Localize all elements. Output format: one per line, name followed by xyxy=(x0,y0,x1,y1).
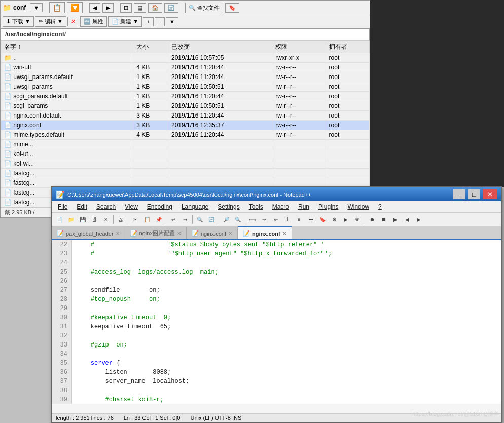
npp-code-area[interactable]: 222324252627282930313233343536373839 # '… xyxy=(52,240,501,404)
fm-forward-btn[interactable]: ▶ xyxy=(102,3,114,13)
tab-close-btn[interactable]: ✕ xyxy=(228,230,232,236)
table-row[interactable]: 📄 uwsgi_params 1 KB 2019/1/16 10:50:51 r… xyxy=(1,82,370,92)
tb-paste[interactable]: 📌 xyxy=(153,214,164,225)
table-row[interactable]: 📄 koi-ut... xyxy=(1,149,370,159)
tb-indent[interactable]: ⇥ xyxy=(259,214,270,225)
col-owner[interactable]: 拥有者 xyxy=(326,41,369,53)
maximize-btn[interactable]: □ xyxy=(468,189,480,199)
fm-dropdown-btn[interactable]: ▼ xyxy=(30,3,43,12)
tb-bookmarks[interactable]: 🔖 xyxy=(317,214,328,225)
code-content[interactable]: # '$status $body_bytes_sent "$http_refer… xyxy=(72,240,501,404)
tb-saveall[interactable]: 🗄 xyxy=(89,214,100,225)
table-row[interactable]: 📄 koi-wi... xyxy=(1,159,370,169)
table-row[interactable]: 📄 uwsgi_params.default 1 KB 2019/1/16 11… xyxy=(1,72,370,82)
col-perms[interactable]: 权限 xyxy=(272,41,326,53)
minimize-btn[interactable]: _ xyxy=(453,189,465,199)
tb-unfold[interactable]: ☰ xyxy=(305,214,316,225)
npp-menu-language[interactable]: Language xyxy=(177,202,212,211)
tab-close-btn[interactable]: ✕ xyxy=(177,230,181,236)
col-modified[interactable]: 已改变 xyxy=(168,41,272,53)
table-row[interactable]: 📄 scgi_params.default 1 KB 2019/1/16 11:… xyxy=(1,92,370,101)
tb-outdent[interactable]: ⇤ xyxy=(270,214,281,225)
npp-menu-plugins[interactable]: Plugins xyxy=(314,202,342,211)
tb-prev[interactable]: ◀ xyxy=(402,214,413,225)
tb-macro[interactable]: ⚙ xyxy=(329,214,340,225)
tb-new[interactable]: 📄 xyxy=(54,214,65,225)
npp-menu-run[interactable]: Run xyxy=(294,202,313,211)
tb-zoomout[interactable]: 🔍 xyxy=(232,214,243,225)
npp-menu-window[interactable]: Window xyxy=(343,202,373,211)
npp-tab-3[interactable]: 📝nginx.conf✕ xyxy=(238,226,292,239)
tb-undo[interactable]: ↩ xyxy=(168,214,179,225)
tb-zoomin[interactable]: 🔎 xyxy=(221,214,232,225)
npp-menu-macro[interactable]: Macro xyxy=(268,202,293,211)
npp-tab-0[interactable]: 📝pax_global_header✕ xyxy=(52,226,125,239)
col-name[interactable]: 名字 ↑ xyxy=(1,41,133,53)
npp-menu-file[interactable]: File xyxy=(54,202,71,211)
table-row[interactable]: 📄 win-utf 4 KB 2019/1/16 11:20:44 rw-r--… xyxy=(1,63,370,72)
fm-props-btn[interactable]: 🔤 属性 xyxy=(80,16,107,27)
npp-menu-encoding[interactable]: Encoding xyxy=(143,202,176,211)
tb-search[interactable]: 🔍 xyxy=(194,214,205,225)
col-size[interactable]: 大小 xyxy=(133,41,168,53)
tb-replace[interactable]: 🔄 xyxy=(206,214,217,225)
npp-menu-edit[interactable]: Edit xyxy=(73,202,91,211)
table-row[interactable]: 📄 mime... xyxy=(1,140,370,149)
file-name-cell[interactable]: 📄 fastcg... xyxy=(1,169,133,178)
file-name-cell[interactable]: 📄 mime... xyxy=(1,140,133,149)
tb-copy[interactable]: 📋 xyxy=(141,214,153,225)
tab-close-btn[interactable]: ✕ xyxy=(282,230,286,236)
tb-next[interactable]: ▶ xyxy=(413,214,424,225)
fm-plus-btn[interactable]: + xyxy=(143,17,153,26)
npp-tab-2[interactable]: 📝nginx.conf✕ xyxy=(187,226,238,239)
tb-open[interactable]: 📁 xyxy=(65,214,77,225)
fm-search-btn[interactable]: 🔍 查找文件 xyxy=(185,3,223,13)
tb-format[interactable]: ⟺ xyxy=(247,214,258,225)
npp-menu-settings[interactable]: Settings xyxy=(213,202,243,211)
table-row[interactable]: 📄 scgi_params 1 KB 2019/1/16 10:50:51 rw… xyxy=(1,101,370,111)
tb-close[interactable]: ✕ xyxy=(100,214,112,225)
file-name-cell[interactable]: 📄 scgi_params.default xyxy=(1,92,133,101)
fm-delete-btn[interactable]: ✕ xyxy=(67,17,79,26)
fm-grid-btn[interactable]: ⊞ xyxy=(120,3,132,13)
npp-tab-1[interactable]: 📝nginx图片配置✕ xyxy=(125,226,187,239)
table-row[interactable]: 📁 .. 2019/1/16 10:57:05 rwxr-xr-x root xyxy=(1,53,370,63)
tab-close-btn[interactable]: ✕ xyxy=(116,230,120,236)
tb-rec-play[interactable]: ▶ xyxy=(390,214,401,225)
fm-filter-btn[interactable]: 🔽 xyxy=(67,2,83,13)
file-name-cell[interactable]: 📄 uwsgi_params.default xyxy=(1,72,133,82)
fm-refresh-btn[interactable]: 🔄 xyxy=(164,3,178,13)
file-name-cell[interactable]: 📄 nginx.conf.default xyxy=(1,111,133,121)
fm-copy-btn[interactable]: 📋 xyxy=(49,2,65,13)
npp-menu-search[interactable]: Search xyxy=(92,202,120,211)
tb-rec-stop[interactable]: ⏹ xyxy=(378,214,389,225)
npp-menu-tools[interactable]: Tools xyxy=(245,202,267,211)
tb-fold[interactable]: ≡ xyxy=(294,214,305,225)
fm-download-btn[interactable]: ⬇ 下载 ▼ xyxy=(3,16,34,27)
file-name-cell[interactable]: 📄 koi-wi... xyxy=(1,159,133,169)
tb-print[interactable]: 🖨 xyxy=(115,214,126,225)
fm-bookmark-btn[interactable]: 🔖 xyxy=(225,3,239,13)
fm-back-btn[interactable]: ◀ xyxy=(89,3,100,13)
file-name-cell[interactable]: 📄 mime.types.default xyxy=(1,130,133,140)
tb-cut[interactable]: ✂ xyxy=(130,214,141,225)
fm-home-btn[interactable]: 🏠 xyxy=(148,3,162,13)
fm-minus-btn[interactable]: − xyxy=(155,17,165,26)
file-name-cell[interactable]: 📄 nginx.conf xyxy=(1,121,133,130)
table-row[interactable]: 📄 nginx.conf.default 3 KB 2019/1/16 11:2… xyxy=(1,111,370,121)
tb-eye[interactable]: 👁 xyxy=(352,214,363,225)
tb-run[interactable]: ▶ xyxy=(340,214,351,225)
file-name-cell[interactable]: 📁 .. xyxy=(1,53,133,63)
fm-more-btn[interactable]: ▼ xyxy=(166,17,178,26)
fm-list-btn[interactable]: ▤ xyxy=(134,3,146,13)
tb-save[interactable]: 💾 xyxy=(77,214,88,225)
npp-menu-?[interactable]: ? xyxy=(374,202,386,211)
tb-rec-start[interactable]: ⏺ xyxy=(367,214,378,225)
file-name-cell[interactable]: 📄 uwsgi_params xyxy=(1,82,133,92)
table-row[interactable]: 📄 mime.types.default 4 KB 2019/1/16 11:2… xyxy=(1,130,370,140)
file-name-cell[interactable]: 📄 scgi_params xyxy=(1,101,133,111)
fm-edit-btn[interactable]: ✏ 编辑 ▼ xyxy=(35,16,66,27)
tb-linenum[interactable]: 1 xyxy=(282,214,293,225)
table-row[interactable]: 📄 fastcg... xyxy=(1,169,370,178)
table-row[interactable]: 📄 nginx.conf 3 KB 2019/1/16 12:35:37 rw-… xyxy=(1,121,370,130)
